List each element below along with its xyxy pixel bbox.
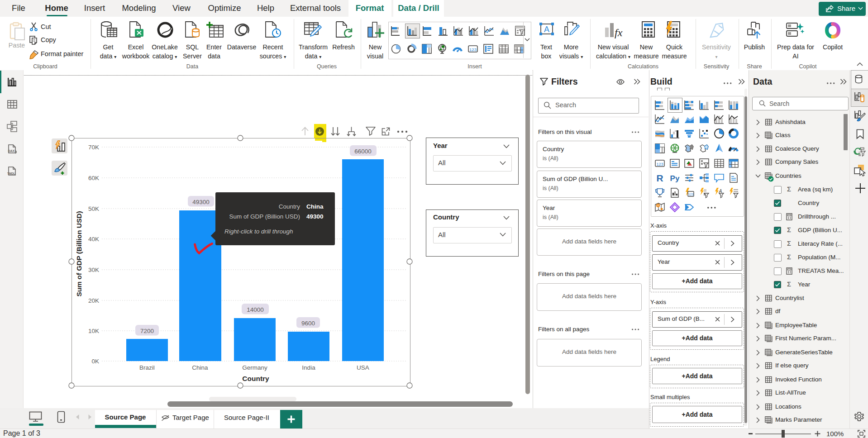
svg-text:20K: 20K xyxy=(88,297,99,304)
svg-text:40K: 40K xyxy=(88,236,99,243)
svg-text:Py: Py xyxy=(670,174,680,183)
svg-text:0K: 0K xyxy=(91,358,99,365)
svg-text:Country: Country xyxy=(242,375,269,382)
svg-text:India: India xyxy=(302,364,315,371)
svg-text:Brazil: Brazil xyxy=(139,364,155,371)
svg-text:USA: USA xyxy=(357,364,369,371)
svg-text:Germany: Germany xyxy=(242,364,267,371)
svg-text:Sum of GDP (Billion USD): Sum of GDP (Billion USD) xyxy=(75,211,83,296)
svg-text:10K: 10K xyxy=(88,328,99,334)
svg-text:70K: 70K xyxy=(88,144,99,151)
svg-text:50K: 50K xyxy=(88,205,99,212)
svg-text:30K: 30K xyxy=(88,267,99,273)
svg-text:China: China xyxy=(192,364,208,371)
svg-text:123: 123 xyxy=(688,193,694,196)
svg-text:66000: 66000 xyxy=(354,148,372,155)
svg-text:7200: 7200 xyxy=(140,328,154,334)
svg-text:R: R xyxy=(656,173,663,183)
svg-text:14000: 14000 xyxy=(247,306,264,313)
svg-text:60K: 60K xyxy=(88,175,99,181)
svg-text:49300: 49300 xyxy=(192,199,210,205)
svg-text:123: 123 xyxy=(656,162,663,167)
svg-text:9600: 9600 xyxy=(301,320,315,327)
